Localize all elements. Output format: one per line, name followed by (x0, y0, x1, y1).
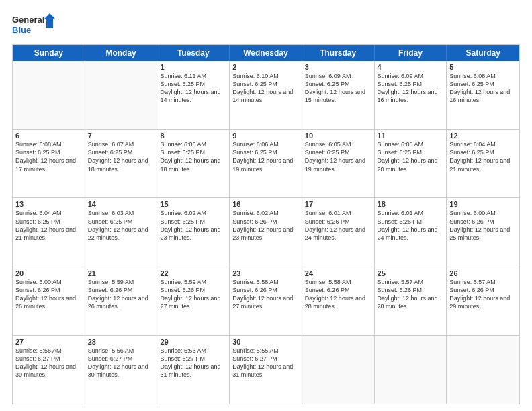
calendar-cell: 1Sunrise: 6:11 AM Sunset: 6:25 PM Daylig… (157, 61, 230, 129)
header-day-tuesday: Tuesday (157, 45, 230, 61)
day-number: 19 (449, 200, 517, 208)
calendar-row-3: 13Sunrise: 6:04 AM Sunset: 6:25 PM Dayli… (13, 197, 519, 266)
day-number: 16 (232, 200, 299, 208)
cell-info: Sunrise: 6:04 AM Sunset: 6:25 PM Dayligh… (449, 140, 517, 173)
cell-info: Sunrise: 6:04 AM Sunset: 6:25 PM Dayligh… (15, 209, 82, 242)
header-day-monday: Monday (85, 45, 158, 61)
cell-info: Sunrise: 6:03 AM Sunset: 6:25 PM Dayligh… (88, 209, 154, 242)
calendar-cell: 25Sunrise: 5:57 AM Sunset: 6:26 PM Dayli… (375, 267, 447, 335)
cell-info: Sunrise: 5:59 AM Sunset: 6:26 PM Dayligh… (88, 278, 154, 311)
calendar-cell: 8Sunrise: 6:06 AM Sunset: 6:25 PM Daylig… (157, 130, 230, 197)
calendar-cell: 30Sunrise: 5:55 AM Sunset: 6:27 PM Dayli… (230, 336, 302, 404)
calendar-row-4: 20Sunrise: 6:00 AM Sunset: 6:26 PM Dayli… (13, 267, 519, 335)
calendar-body: 1Sunrise: 6:11 AM Sunset: 6:25 PM Daylig… (13, 61, 519, 404)
header-day-friday: Friday (375, 45, 447, 61)
cell-info: Sunrise: 5:56 AM Sunset: 6:27 PM Dayligh… (88, 347, 154, 379)
cell-info: Sunrise: 6:01 AM Sunset: 6:26 PM Dayligh… (378, 209, 444, 242)
calendar-cell: 17Sunrise: 6:01 AM Sunset: 6:26 PM Dayli… (302, 198, 375, 266)
cell-info: Sunrise: 6:05 AM Sunset: 6:25 PM Dayligh… (378, 140, 444, 173)
day-number: 17 (305, 200, 371, 208)
calendar-cell: 6Sunrise: 6:08 AM Sunset: 6:25 PM Daylig… (13, 130, 85, 197)
calendar-row-2: 6Sunrise: 6:08 AM Sunset: 6:25 PM Daylig… (13, 129, 519, 197)
calendar-cell (375, 336, 447, 404)
cell-info: Sunrise: 5:55 AM Sunset: 6:27 PM Dayligh… (232, 347, 299, 379)
day-number: 28 (88, 338, 154, 346)
cell-info: Sunrise: 6:08 AM Sunset: 6:25 PM Dayligh… (15, 140, 82, 173)
logo-svg: General Blue (12, 12, 59, 38)
cell-info: Sunrise: 6:02 AM Sunset: 6:25 PM Dayligh… (160, 209, 226, 242)
cell-info: Sunrise: 6:09 AM Sunset: 6:25 PM Dayligh… (305, 72, 371, 105)
cell-info: Sunrise: 6:11 AM Sunset: 6:25 PM Dayligh… (160, 72, 226, 105)
cell-info: Sunrise: 6:10 AM Sunset: 6:25 PM Dayligh… (232, 72, 299, 105)
calendar: SundayMondayTuesdayWednesdayThursdayFrid… (12, 44, 520, 404)
calendar-cell: 18Sunrise: 6:01 AM Sunset: 6:26 PM Dayli… (375, 198, 447, 266)
day-number: 20 (15, 269, 82, 277)
calendar-cell: 7Sunrise: 6:07 AM Sunset: 6:25 PM Daylig… (85, 130, 158, 197)
cell-info: Sunrise: 5:56 AM Sunset: 6:27 PM Dayligh… (160, 347, 226, 379)
calendar-cell: 11Sunrise: 6:05 AM Sunset: 6:25 PM Dayli… (375, 130, 447, 197)
day-number: 4 (378, 63, 444, 71)
cell-info: Sunrise: 6:00 AM Sunset: 6:26 PM Dayligh… (449, 209, 517, 242)
calendar-cell: 27Sunrise: 5:56 AM Sunset: 6:27 PM Dayli… (13, 336, 85, 404)
cell-info: Sunrise: 6:07 AM Sunset: 6:25 PM Dayligh… (88, 140, 154, 173)
calendar-header: SundayMondayTuesdayWednesdayThursdayFrid… (13, 45, 519, 61)
day-number: 6 (15, 132, 82, 140)
calendar-row-1: 1Sunrise: 6:11 AM Sunset: 6:25 PM Daylig… (13, 61, 519, 129)
cell-info: Sunrise: 5:58 AM Sunset: 6:26 PM Dayligh… (232, 278, 299, 311)
day-number: 12 (449, 132, 517, 140)
calendar-cell: 13Sunrise: 6:04 AM Sunset: 6:25 PM Dayli… (13, 198, 85, 266)
calendar-cell: 28Sunrise: 5:56 AM Sunset: 6:27 PM Dayli… (85, 336, 158, 404)
calendar-cell (447, 336, 519, 404)
day-number: 23 (232, 269, 299, 277)
calendar-cell (13, 61, 85, 129)
calendar-cell: 19Sunrise: 6:00 AM Sunset: 6:26 PM Dayli… (447, 198, 519, 266)
header-day-sunday: Sunday (13, 45, 85, 61)
cell-info: Sunrise: 6:08 AM Sunset: 6:25 PM Dayligh… (449, 72, 517, 105)
day-number: 3 (305, 63, 371, 71)
day-number: 18 (378, 200, 444, 208)
day-number: 5 (449, 63, 517, 71)
svg-text:General: General (12, 15, 44, 25)
calendar-cell: 24Sunrise: 5:58 AM Sunset: 6:26 PM Dayli… (302, 267, 375, 335)
day-number: 14 (88, 200, 154, 208)
calendar-cell: 4Sunrise: 6:09 AM Sunset: 6:25 PM Daylig… (375, 61, 447, 129)
calendar-cell: 29Sunrise: 5:56 AM Sunset: 6:27 PM Dayli… (157, 336, 230, 404)
calendar-cell (302, 336, 375, 404)
day-number: 1 (160, 63, 226, 71)
day-number: 11 (378, 132, 444, 140)
day-number: 21 (88, 269, 154, 277)
day-number: 8 (160, 132, 226, 140)
calendar-cell: 12Sunrise: 6:04 AM Sunset: 6:25 PM Dayli… (447, 130, 519, 197)
calendar-cell: 20Sunrise: 6:00 AM Sunset: 6:26 PM Dayli… (13, 267, 85, 335)
day-number: 25 (378, 269, 444, 277)
calendar-cell: 2Sunrise: 6:10 AM Sunset: 6:25 PM Daylig… (230, 61, 302, 129)
day-number: 13 (15, 200, 82, 208)
day-number: 30 (232, 338, 299, 346)
cell-info: Sunrise: 5:58 AM Sunset: 6:26 PM Dayligh… (305, 278, 371, 311)
calendar-cell: 14Sunrise: 6:03 AM Sunset: 6:25 PM Dayli… (85, 198, 158, 266)
calendar-cell: 15Sunrise: 6:02 AM Sunset: 6:25 PM Dayli… (157, 198, 230, 266)
header-day-wednesday: Wednesday (230, 45, 302, 61)
cell-info: Sunrise: 5:57 AM Sunset: 6:26 PM Dayligh… (378, 278, 444, 311)
day-number: 29 (160, 338, 226, 346)
cell-info: Sunrise: 6:01 AM Sunset: 6:26 PM Dayligh… (305, 209, 371, 242)
day-number: 15 (160, 200, 226, 208)
calendar-cell: 9Sunrise: 6:06 AM Sunset: 6:25 PM Daylig… (230, 130, 302, 197)
day-number: 9 (232, 132, 299, 140)
calendar-cell: 16Sunrise: 6:02 AM Sunset: 6:26 PM Dayli… (230, 198, 302, 266)
calendar-cell: 21Sunrise: 5:59 AM Sunset: 6:26 PM Dayli… (85, 267, 158, 335)
page-header: General Blue (12, 12, 520, 38)
day-number: 24 (305, 269, 371, 277)
cell-info: Sunrise: 6:06 AM Sunset: 6:25 PM Dayligh… (160, 140, 226, 173)
cell-info: Sunrise: 6:06 AM Sunset: 6:25 PM Dayligh… (232, 140, 299, 173)
cell-info: Sunrise: 5:56 AM Sunset: 6:27 PM Dayligh… (15, 347, 82, 379)
calendar-row-5: 27Sunrise: 5:56 AM Sunset: 6:27 PM Dayli… (13, 335, 519, 404)
cell-info: Sunrise: 6:00 AM Sunset: 6:26 PM Dayligh… (15, 278, 82, 311)
header-day-saturday: Saturday (447, 45, 519, 61)
cell-info: Sunrise: 6:02 AM Sunset: 6:26 PM Dayligh… (232, 209, 299, 242)
day-number: 10 (305, 132, 371, 140)
day-number: 2 (232, 63, 299, 71)
calendar-cell: 10Sunrise: 6:05 AM Sunset: 6:25 PM Dayli… (302, 130, 375, 197)
cell-info: Sunrise: 6:05 AM Sunset: 6:25 PM Dayligh… (305, 140, 371, 173)
calendar-cell: 5Sunrise: 6:08 AM Sunset: 6:25 PM Daylig… (447, 61, 519, 129)
